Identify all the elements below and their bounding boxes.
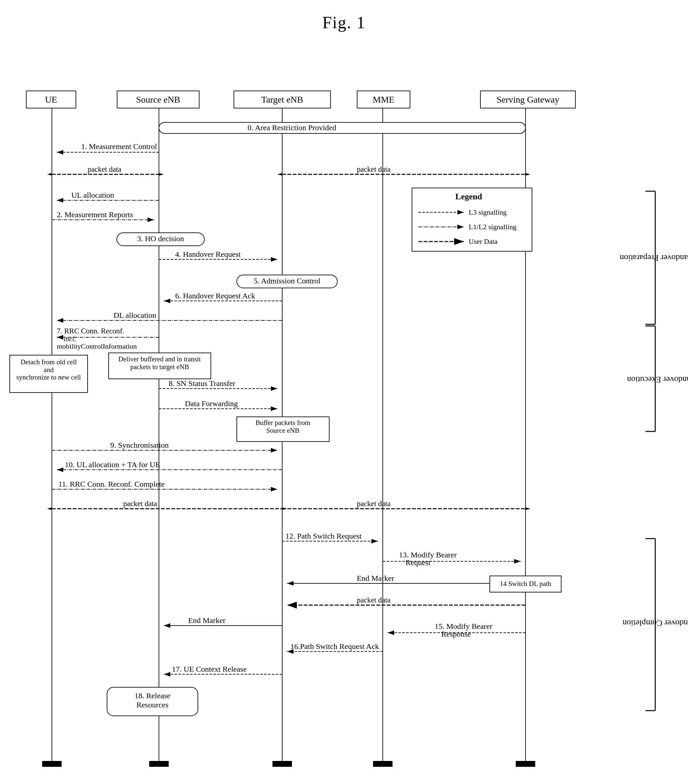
svg-text:End Marker: End Marker (188, 616, 225, 624)
entity-serving-gw-label: Serving Gateway (497, 94, 560, 105)
svg-marker-18 (159, 173, 164, 176)
svg-text:5. Admission Control: 5. Admission Control (254, 277, 320, 285)
svg-rect-104 (412, 188, 532, 251)
svg-text:DL  allocation: DL allocation (113, 311, 156, 320)
svg-marker-22 (525, 173, 530, 176)
svg-text:8.   SN Status Transfer: 8. SN Status Transfer (169, 379, 235, 388)
svg-text:End Marker: End Marker (357, 574, 394, 582)
svg-text:mobilityControlInformation: mobilityControlInformation (57, 342, 137, 350)
page-title: Fig. 1 (0, 0, 688, 42)
svg-text:11.  RRC Conn. Reconf. Complet: 11. RRC Conn. Reconf. Complete (58, 480, 165, 488)
svg-text:13.   Modify Bearer: 13. Modify Bearer (399, 550, 457, 559)
diagram-container: 0. Area Restriction Provided 1. Measurem… (0, 42, 688, 784)
entity-target-enb-label: Target eNB (261, 94, 303, 105)
svg-text:L1/L2  signalling: L1/L2 signalling (469, 223, 516, 231)
entity-source-enb-label: Source eNB (136, 94, 180, 105)
diagram-svg: 0. Area Restriction Provided 1. Measurem… (0, 42, 688, 784)
svg-marker-21 (277, 173, 282, 176)
entity-source-enb: Source eNB (117, 91, 199, 109)
svg-text:Data Forwarding: Data Forwarding (185, 399, 238, 408)
svg-text:4.   Handover Request: 4. Handover Request (175, 250, 241, 259)
svg-text:packets to target eNB: packets to target eNB (130, 363, 189, 371)
svg-rect-89 (107, 687, 198, 716)
svg-text:synchronize to new cell: synchronize to new cell (16, 373, 81, 381)
svg-text:Handover Completion: Handover Completion (622, 618, 688, 628)
svg-marker-63 (47, 507, 52, 510)
svg-text:12. Path Switch Request: 12. Path Switch Request (286, 532, 362, 540)
svg-text:Handover Preparation: Handover Preparation (620, 253, 688, 263)
entity-serving-gw: Serving Gateway (480, 91, 576, 109)
svg-rect-53 (237, 417, 329, 441)
entity-mme: MME (357, 91, 411, 109)
svg-text:and: and (44, 366, 54, 374)
svg-rect-46 (109, 353, 211, 379)
svg-text:packet data: packet data (357, 596, 391, 604)
svg-text:9.    Synchronisation: 9. Synchronisation (110, 441, 169, 449)
svg-text:2.   Measurement Reports: 2. Measurement Reports (57, 210, 133, 219)
entity-mme-label: MME (373, 94, 394, 105)
svg-rect-76 (490, 576, 561, 592)
svg-text:Legend: Legend (455, 192, 482, 201)
svg-text:Response: Response (441, 630, 471, 638)
svg-text:incl.: incl. (64, 335, 76, 343)
svg-text:packet data: packet data (357, 165, 391, 173)
svg-text:Resources: Resources (136, 700, 169, 709)
svg-text:17.  UE Context  Release: 17. UE Context Release (172, 665, 247, 673)
svg-rect-7 (42, 761, 62, 767)
svg-rect-28 (117, 233, 204, 246)
svg-rect-12 (159, 122, 525, 133)
svg-text:Detach from old cell: Detach from old cell (20, 358, 77, 366)
svg-marker-17 (47, 173, 52, 176)
svg-text:10.  UL allocation  +  TA for : 10. UL allocation + TA for UE (65, 460, 160, 469)
svg-text:User Data: User Data (469, 237, 498, 245)
svg-text:0.  Area Restriction Provided: 0. Area Restriction Provided (248, 124, 336, 132)
entity-target-enb: Target eNB (233, 91, 331, 109)
svg-rect-42 (10, 355, 88, 392)
svg-rect-9 (273, 761, 292, 767)
svg-marker-64 (282, 507, 287, 510)
svg-text:L3 signalling: L3 signalling (469, 208, 507, 216)
svg-text:18. Release: 18. Release (135, 692, 171, 700)
svg-text:Handover Execution: Handover Execution (627, 375, 688, 384)
entity-ue-label: UE (45, 94, 57, 105)
svg-text:1.  Measurement Control: 1. Measurement Control (81, 142, 157, 151)
svg-text:Request: Request (406, 558, 431, 567)
svg-text:7.  RRC Conn. Reconf.: 7. RRC Conn. Reconf. (57, 327, 124, 335)
svg-text:16.Path Switch Request Ack: 16.Path Switch Request Ack (290, 642, 379, 651)
svg-text:packet data: packet data (357, 500, 391, 508)
svg-text:14  Switch DL path: 14 Switch DL path (500, 580, 552, 588)
svg-rect-8 (149, 761, 169, 767)
entity-ue: UE (26, 91, 76, 109)
svg-text:Buffer packets from: Buffer packets from (256, 419, 310, 427)
svg-text:UL  allocation: UL allocation (71, 191, 114, 199)
svg-text:Deliver buffered and in transi: Deliver buffered and in transit (118, 355, 201, 363)
svg-text:packet data: packet data (88, 165, 122, 173)
svg-text:Source eNB: Source eNB (266, 427, 299, 434)
svg-text:6.  Handover Request Ack: 6. Handover Request Ack (175, 292, 255, 300)
svg-text:15.   Modify Bearer: 15. Modify Bearer (435, 622, 493, 631)
svg-text:3. HO decision: 3. HO decision (137, 234, 184, 243)
svg-rect-10 (373, 761, 392, 767)
svg-text:packet data: packet data (123, 500, 157, 508)
svg-rect-32 (237, 275, 337, 288)
svg-rect-11 (516, 761, 535, 767)
svg-marker-67 (525, 507, 530, 510)
